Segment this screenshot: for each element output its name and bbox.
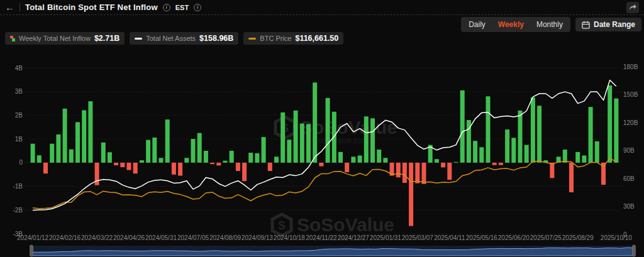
- inflow-bar[interactable]: [422, 163, 426, 184]
- inflow-bar[interactable]: [82, 111, 86, 163]
- inflow-bar[interactable]: [294, 111, 298, 163]
- inflow-bar[interactable]: [550, 163, 554, 178]
- inflow-bar[interactable]: [306, 124, 311, 163]
- inflow-bar[interactable]: [370, 118, 375, 162]
- inflow-bar[interactable]: [262, 137, 266, 163]
- inflow-bar[interactable]: [230, 151, 234, 163]
- share-button[interactable]: [626, 2, 639, 13]
- inflow-bar[interactable]: [216, 163, 221, 166]
- tab-weekly[interactable]: Weekly: [492, 18, 530, 31]
- inflow-bar[interactable]: [236, 163, 240, 171]
- inflow-bar[interactable]: [473, 141, 477, 163]
- inflow-bar[interactable]: [152, 138, 157, 163]
- navigator-left-handle[interactable]: [30, 245, 33, 256]
- inflow-bar[interactable]: [364, 116, 369, 162]
- inflow-bar[interactable]: [582, 156, 586, 163]
- inflow-bar[interactable]: [511, 138, 516, 163]
- inflow-bar[interactable]: [165, 119, 170, 163]
- inflow-bar[interactable]: [56, 134, 60, 163]
- inflow-bar[interactable]: [268, 163, 272, 171]
- inflow-bar[interactable]: [435, 159, 439, 163]
- inflow-bar[interactable]: [460, 90, 465, 163]
- inflow-bar[interactable]: [274, 156, 279, 162]
- inflow-bar[interactable]: [255, 153, 259, 163]
- inflow-bar[interactable]: [69, 150, 74, 163]
- inflow-bar[interactable]: [197, 133, 202, 163]
- inflow-bar[interactable]: [184, 158, 189, 162]
- tab-daily[interactable]: Daily: [462, 18, 492, 31]
- inflow-bar[interactable]: [191, 139, 196, 163]
- inflow-bar[interactable]: [575, 152, 580, 163]
- inflow-bar[interactable]: [50, 144, 54, 163]
- inflow-bar[interactable]: [248, 153, 253, 163]
- inflow-bar[interactable]: [505, 129, 509, 163]
- date-range-button[interactable]: Date Range: [575, 18, 641, 31]
- inflow-bar[interactable]: [242, 163, 247, 181]
- inflow-bar[interactable]: [108, 152, 112, 163]
- inflow-bar[interactable]: [383, 158, 387, 162]
- inflow-bar[interactable]: [345, 163, 349, 172]
- inflow-bar[interactable]: [88, 101, 92, 163]
- legend-btc-price[interactable]: BTC Price $116,661.50: [243, 32, 343, 45]
- inflow-bar[interactable]: [608, 85, 612, 163]
- inflow-bar[interactable]: [441, 163, 445, 168]
- inflow-bar[interactable]: [280, 112, 285, 163]
- inflow-bar[interactable]: [396, 163, 401, 177]
- inflow-bar[interactable]: [479, 147, 484, 162]
- inflow-bar[interactable]: [223, 161, 228, 163]
- inflow-bar[interactable]: [210, 163, 214, 164]
- inflow-bar[interactable]: [313, 82, 317, 163]
- x-axis-label: 2025/05/16: [466, 234, 497, 241]
- inflow-bar[interactable]: [43, 163, 48, 173]
- title-info-icon[interactable]: i: [163, 4, 170, 11]
- inflow-bar[interactable]: [595, 141, 599, 163]
- inflow-bar[interactable]: [120, 163, 125, 167]
- legend-net-inflow[interactable]: Weekly Total Net Inflow $2.71B: [5, 32, 125, 45]
- legend-net-assets[interactable]: Total Net Assets $158.96B: [130, 32, 238, 45]
- inflow-bar[interactable]: [351, 156, 355, 162]
- inflow-bar[interactable]: [159, 158, 164, 162]
- inflow-bar[interactable]: [402, 163, 407, 183]
- inflow-bar[interactable]: [338, 152, 343, 163]
- inflow-bar[interactable]: [326, 98, 330, 163]
- inflow-bar[interactable]: [63, 109, 67, 163]
- inflow-bar[interactable]: [101, 143, 106, 163]
- inflow-bar[interactable]: [377, 150, 381, 163]
- inflow-bar[interactable]: [525, 145, 529, 163]
- inflow-bar[interactable]: [537, 106, 541, 162]
- navigator-right-handle[interactable]: [633, 245, 636, 256]
- inflow-bar[interactable]: [133, 163, 138, 173]
- inflow-bar[interactable]: [300, 124, 304, 163]
- inflow-bar[interactable]: [146, 140, 150, 163]
- inflow-bar[interactable]: [614, 99, 618, 163]
- inflow-bar[interactable]: [531, 97, 535, 163]
- inflow-bar[interactable]: [178, 163, 182, 176]
- inflow-bar[interactable]: [75, 122, 80, 163]
- inflow-bar[interactable]: [127, 163, 131, 170]
- inflow-bar[interactable]: [454, 162, 458, 163]
- inflow-bar[interactable]: [409, 163, 413, 226]
- inflow-bar[interactable]: [140, 160, 144, 163]
- inflow-bar[interactable]: [287, 139, 291, 163]
- back-arrow-icon[interactable]: ←: [5, 3, 14, 12]
- inflow-bar[interactable]: [204, 151, 208, 163]
- inflow-bar[interactable]: [319, 163, 323, 167]
- est-info-icon[interactable]: i: [194, 4, 201, 11]
- inflow-bar[interactable]: [37, 155, 42, 163]
- inflow-bar[interactable]: [569, 163, 574, 192]
- inflow-bar[interactable]: [492, 163, 497, 165]
- inflow-bar[interactable]: [172, 163, 176, 175]
- inflow-bar[interactable]: [31, 144, 35, 163]
- etf-dashboard: { "header": { "title": "Total Bitcoin Sp…: [0, 0, 644, 257]
- inflow-bar[interactable]: [358, 156, 362, 163]
- inflow-bar[interactable]: [486, 96, 491, 163]
- inflow-bar[interactable]: [415, 163, 419, 183]
- inflow-bar[interactable]: [499, 163, 503, 165]
- y-axis-left-label: 0: [19, 159, 23, 166]
- inflow-bar[interactable]: [518, 111, 523, 163]
- inflow-bar[interactable]: [563, 150, 567, 163]
- inflow-bar[interactable]: [447, 163, 452, 180]
- inflow-bar[interactable]: [114, 163, 118, 165]
- inflow-bar[interactable]: [589, 107, 593, 163]
- tab-monthly[interactable]: Monthly: [530, 18, 569, 31]
